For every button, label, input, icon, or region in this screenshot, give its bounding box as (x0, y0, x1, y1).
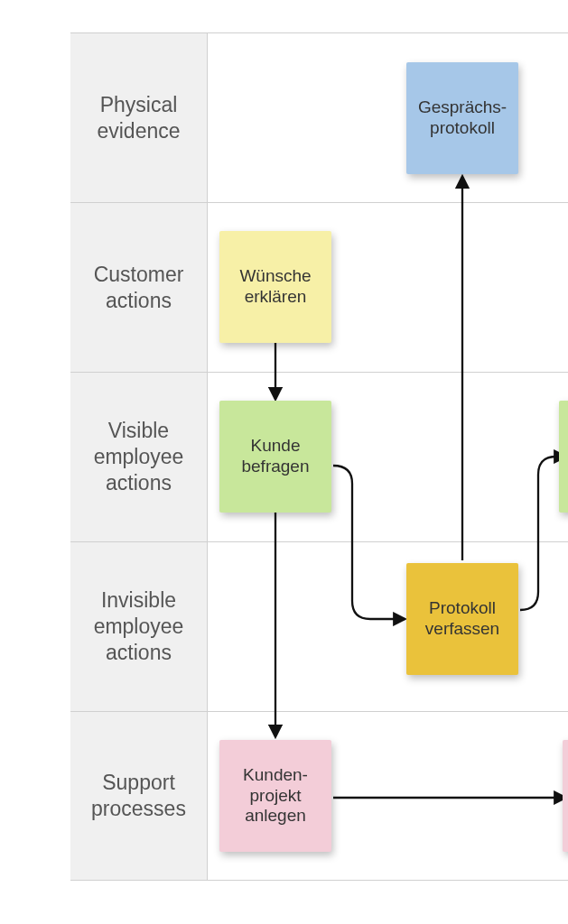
row-label-physical-evidence: Physical evidence (70, 33, 208, 202)
row-label-invisible-employee-actions: Invisible employee actions (70, 542, 208, 711)
sticky-support-project[interactable]: Kunden-projekt anlegen (219, 740, 331, 852)
row-label-support-processes: Support processes (70, 712, 208, 880)
sticky-customer-wishes[interactable]: Wünsche erklären (219, 231, 331, 343)
row-label-visible-employee-actions: Visible employee actions (70, 373, 208, 541)
row-label-customer-actions: Customer actions (70, 203, 208, 372)
sticky-support-next-partial[interactable] (563, 740, 568, 852)
sticky-invisible-protocol[interactable]: Protokoll verfassen (406, 563, 518, 675)
sticky-evidence-protocol[interactable]: Gesprächs-protokoll (406, 62, 518, 174)
sticky-visible-interview[interactable]: Kunde befragen (219, 401, 331, 513)
sticky-visible-next-partial[interactable] (559, 401, 568, 513)
service-blueprint: Physical evidence Customer actions Visib… (70, 32, 568, 881)
